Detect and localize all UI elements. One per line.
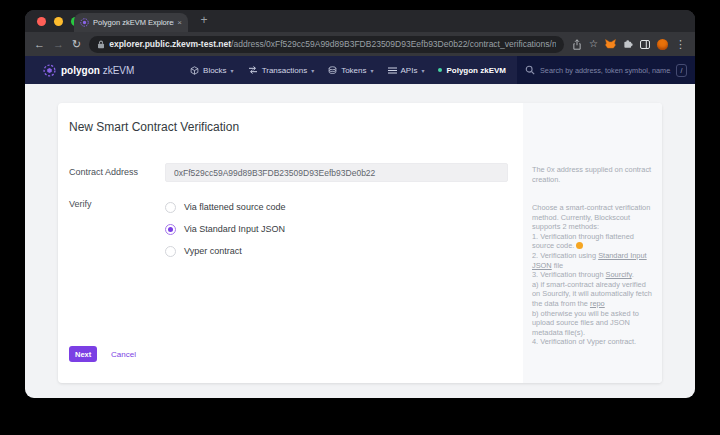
search-box: / xyxy=(517,56,695,84)
site-navbar: polygon zkEVM Blocks ▾ Transactions ▾ xyxy=(25,56,695,84)
forward-icon[interactable]: → xyxy=(53,39,64,50)
transactions-arrows-icon xyxy=(248,66,258,74)
hint-method-2-suffix: file xyxy=(552,261,564,270)
search-input[interactable] xyxy=(540,66,671,75)
verification-form: New Smart Contract Verification Contract… xyxy=(58,103,523,383)
hint-method-3-text: 3. Verification through xyxy=(532,270,606,279)
cancel-link[interactable]: Cancel xyxy=(111,350,136,359)
nav-item-apis[interactable]: APIs ▾ xyxy=(388,66,425,75)
hint-method-3b: b) otherwise you will be asked to upload… xyxy=(532,309,654,338)
bookmark-star-icon[interactable]: ☆ xyxy=(589,39,598,49)
blocks-cube-icon xyxy=(190,66,199,75)
address-hint: The 0x address supplied on contract crea… xyxy=(532,165,654,184)
nav-label-blocks: Blocks xyxy=(203,66,227,75)
repo-link[interactable]: repo xyxy=(590,299,605,308)
sourcify-link[interactable]: Sourcify xyxy=(606,270,632,279)
polygon-logo-icon xyxy=(43,64,56,77)
nav-item-tokens[interactable]: Tokens ▾ xyxy=(328,66,373,75)
help-sidebar: The 0x address supplied on contract crea… xyxy=(523,103,662,383)
chevron-down-icon: ▾ xyxy=(421,67,424,74)
verification-card: New Smart Contract Verification Contract… xyxy=(58,103,662,383)
radio-label: Via Standard Input JSON xyxy=(184,224,285,234)
nav-label-tokens: Tokens xyxy=(341,66,366,75)
radio-flattened-source[interactable]: Via flattened source code xyxy=(165,201,285,213)
radio-button-icon[interactable] xyxy=(165,224,176,235)
nav-label-apis: APIs xyxy=(401,66,418,75)
chevron-down-icon: ▾ xyxy=(231,67,234,74)
new-tab-button[interactable]: + xyxy=(196,12,212,28)
apis-list-icon xyxy=(388,67,397,74)
browser-toolbar: ← → ↻ explorer.public.zkevm-test.net/add… xyxy=(25,32,695,56)
brand-zkevm: zkEVM xyxy=(103,65,135,76)
close-window-button[interactable] xyxy=(37,17,46,26)
browser-tab[interactable]: Polygon zkEVM Explorer - Blo × xyxy=(74,13,188,32)
brand-text: polygon zkEVM xyxy=(61,65,134,76)
url-path: /address/0xFf529cc59A99d89B3FDB23509D93E… xyxy=(231,39,556,49)
verify-label: Verify xyxy=(69,199,92,209)
nav-menu: Blocks ▾ Transactions ▾ Tokens ▾ xyxy=(190,66,506,75)
nav-item-transactions[interactable]: Transactions ▾ xyxy=(248,66,315,75)
search-icon xyxy=(525,65,535,75)
network-label: Polygon zkEVM xyxy=(446,66,506,75)
address-bar[interactable]: explorer.public.zkevm-test.net/address/0… xyxy=(89,36,564,53)
hint-method-3-suffix: . xyxy=(632,270,634,279)
minimize-window-button[interactable] xyxy=(54,17,63,26)
puzzle-extensions-icon[interactable] xyxy=(623,39,633,49)
lock-icon xyxy=(97,40,105,49)
hint-method-1-text: 1. Verification through flattened source… xyxy=(532,232,634,251)
tab-title: Polygon zkEVM Explorer - Blo xyxy=(93,18,174,27)
hint-method-3: 3. Verification through Sourcify. xyxy=(532,270,654,280)
profile-avatar[interactable] xyxy=(657,39,668,50)
contract-address-input[interactable] xyxy=(165,163,508,182)
tab-favicon-polygon-icon xyxy=(80,18,89,27)
side-panel-icon[interactable] xyxy=(640,40,650,49)
url-domain: explorer.public.zkevm-test.net xyxy=(109,39,231,49)
radio-button-icon[interactable] xyxy=(165,246,176,257)
network-status-dot-icon xyxy=(438,68,442,72)
reload-icon[interactable]: ↻ xyxy=(72,39,81,50)
browser-window: Polygon zkEVM Explorer - Blo × + ← → ↻ e… xyxy=(25,10,695,398)
contract-address-label: Contract Address xyxy=(69,167,138,177)
nav-item-blocks[interactable]: Blocks ▾ xyxy=(190,66,234,75)
tab-close-icon[interactable]: × xyxy=(177,18,182,27)
url-text: explorer.public.zkevm-test.net/address/0… xyxy=(109,39,556,49)
verify-options: Via flattened source code Via Standard I… xyxy=(165,201,285,257)
radio-label: Via flattened source code xyxy=(184,202,285,212)
hint-method-1: 1. Verification through flattened source… xyxy=(532,232,654,251)
page-title: New Smart Contract Verification xyxy=(69,120,239,134)
radio-button-icon[interactable] xyxy=(165,202,176,213)
hint-method-2: 2. Verification using Standard Input JSO… xyxy=(532,251,654,270)
tokens-coins-icon xyxy=(328,66,337,75)
radio-standard-input-json[interactable]: Via Standard Input JSON xyxy=(165,223,285,235)
search-shortcut-badge: / xyxy=(676,64,687,77)
hint-method-2-text: 2. Verification using xyxy=(532,251,598,260)
share-icon[interactable] xyxy=(572,39,582,50)
brand-polygon: polygon xyxy=(61,65,100,76)
nav-label-transactions: Transactions xyxy=(262,66,308,75)
hint-method-4: 4. Verification of Vyper contract. xyxy=(532,337,654,347)
next-button[interactable]: Next xyxy=(69,346,97,362)
metamask-extension-icon[interactable] xyxy=(605,39,616,49)
page-background: New Smart Contract Verification Contract… xyxy=(25,84,695,398)
chevron-down-icon: ▾ xyxy=(311,67,314,74)
hint-method-3a: a) if smart-contract already verified on… xyxy=(532,280,654,309)
kebab-menu-icon[interactable]: ⋮ xyxy=(675,39,686,50)
method-hint: Choose a smart-contract verification met… xyxy=(532,203,654,347)
chevron-down-icon: ▾ xyxy=(371,67,374,74)
network-selector[interactable]: Polygon zkEVM xyxy=(438,66,506,75)
toolbar-actions: ☆ ⋮ xyxy=(572,39,686,50)
radio-vyper-contract[interactable]: Vyper contract xyxy=(165,245,285,257)
warning-dot-icon xyxy=(576,242,583,249)
radio-label: Vyper contract xyxy=(184,246,242,256)
back-icon[interactable]: ← xyxy=(34,39,45,50)
polygon-zkevm-logo[interactable]: polygon zkEVM xyxy=(43,64,134,77)
hint-intro: Choose a smart-contract verification met… xyxy=(532,203,654,232)
tab-strip: Polygon zkEVM Explorer - Blo × + xyxy=(25,10,695,32)
